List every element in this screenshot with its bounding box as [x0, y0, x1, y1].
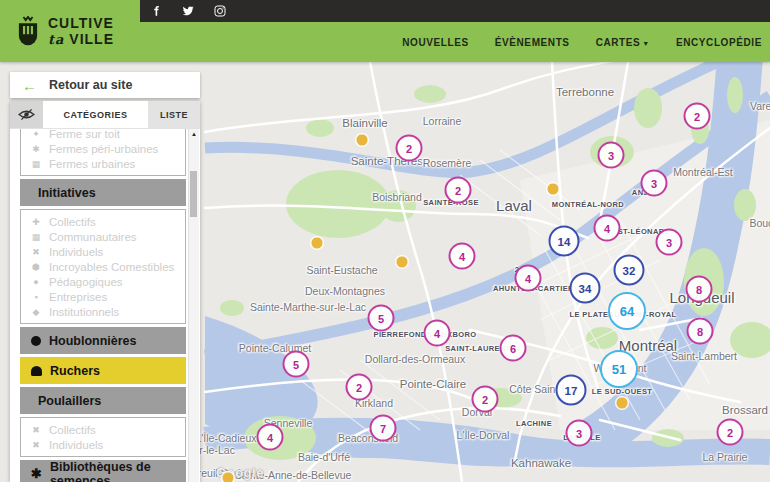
hive-marker-icon[interactable]: [548, 184, 559, 195]
category-icon: ⬢: [30, 262, 42, 272]
beehive-icon: [31, 366, 42, 376]
cluster-count: 64: [620, 304, 634, 319]
tab-liste[interactable]: LISTE: [148, 101, 200, 128]
hive-marker-icon[interactable]: [357, 135, 368, 146]
cluster-count: 14: [558, 235, 571, 247]
facebook-icon[interactable]: [150, 5, 162, 17]
map-cluster[interactable]: 51: [600, 350, 638, 388]
cluster-count: 4: [267, 431, 273, 443]
cluster-count: 3: [576, 427, 582, 439]
map-label: LACHINE: [516, 419, 552, 428]
nav-item[interactable]: ÉVÈNEMENTS▼: [495, 37, 570, 48]
map-cluster[interactable]: 3: [641, 170, 668, 197]
hive-marker-icon[interactable]: [397, 257, 408, 268]
map-cluster[interactable]: 6: [500, 335, 527, 362]
map-cluster[interactable]: 2: [396, 135, 423, 162]
back-label: Retour au site: [49, 78, 132, 92]
scrollbar-thumb[interactable]: [190, 171, 197, 217]
map-label: Baie-d'Urfé: [298, 451, 350, 463]
cluster-count: 2: [694, 110, 700, 122]
cluster-count: 17: [565, 384, 578, 396]
hive-marker-icon[interactable]: [617, 398, 628, 409]
category-header-houblonnieres[interactable]: Houblonnières: [20, 327, 186, 354]
category-icon: ◆: [30, 307, 42, 317]
scroll-up-icon[interactable]: ▲: [189, 131, 199, 137]
category-header-initiatives[interactable]: Initiatives: [20, 179, 186, 206]
hive-marker-icon[interactable]: [223, 473, 234, 482]
cluster-count: 2: [455, 184, 461, 196]
map-label: Brossard: [722, 404, 768, 416]
category-item-disabled: ✖ Individuels: [21, 437, 185, 452]
map-label: La Prairie: [703, 451, 748, 463]
map-label: L'Île-Cadieux: [196, 432, 257, 444]
map-cluster[interactable]: 4: [257, 424, 284, 451]
twitter-icon[interactable]: [182, 5, 194, 17]
map-label: Saint-Lambert: [671, 350, 737, 362]
header: CULTIVE ta VILLE NOUVELLES▼ÉVÈNEMENTS▼CA…: [0, 0, 770, 62]
map-cluster[interactable]: 14: [549, 226, 580, 257]
category-item-disabled: ✖ Collectifs: [21, 422, 185, 437]
map-cluster[interactable]: 3: [598, 142, 625, 169]
category-item-disabled: ✱ Fermes péri-urbaines: [21, 141, 185, 156]
map-label: Varennes: [750, 100, 770, 112]
map-cluster[interactable]: 8: [687, 318, 714, 345]
map-cluster[interactable]: 32: [614, 255, 645, 286]
map-cluster[interactable]: 2: [684, 103, 711, 130]
category-item-disabled: ✚ Collectifs: [21, 214, 185, 229]
eye-off-icon: [18, 108, 35, 121]
category-icon: ▦: [30, 159, 42, 169]
map-cluster[interactable]: 5: [283, 351, 310, 378]
map-label: Terrebonne: [556, 86, 614, 98]
map-cluster[interactable]: 4: [515, 265, 542, 292]
category-ruchers-selected[interactable]: Ruchers: [20, 357, 186, 384]
sidebar-scrollbar[interactable]: ▲: [188, 129, 199, 482]
toggle-visibility-button[interactable]: [10, 101, 43, 128]
map-cluster[interactable]: 64: [608, 292, 646, 330]
cluster-count: 7: [380, 422, 386, 434]
category-header-poulaillers[interactable]: Poulaillers: [20, 387, 186, 414]
category-header-bibliotheques[interactable]: ✱ Bibliothèques de semences: [20, 460, 186, 482]
cluster-count: 8: [697, 325, 703, 337]
cluster-count: 4: [604, 222, 610, 234]
map-cluster[interactable]: 3: [566, 420, 593, 447]
map-cluster[interactable]: 3: [656, 229, 683, 256]
map-cluster[interactable]: 8: [686, 276, 713, 303]
category-item-disabled: ● Pédagogiques: [21, 274, 185, 289]
categories-list: ✦ Ferme sur toit ✱ Fermes péri-urbaines …: [10, 129, 200, 482]
cluster-count: 3: [651, 177, 657, 189]
instagram-icon[interactable]: [214, 5, 226, 17]
map-label: LE SUD-OUEST: [592, 387, 653, 396]
nav-item[interactable]: ENCYCLOPÉDIE▼: [676, 37, 762, 48]
map-cluster[interactable]: 34: [570, 273, 601, 304]
map-cluster[interactable]: 4: [424, 320, 451, 347]
map-label: Boucherville: [749, 217, 770, 229]
nav-item[interactable]: NOUVELLES▼: [402, 37, 469, 48]
map-cluster[interactable]: 2: [717, 419, 744, 446]
cluster-count: 8: [696, 283, 702, 295]
map-cluster[interactable]: 2: [472, 386, 499, 413]
map-label: Deux-Montagnes: [305, 285, 385, 297]
map-cluster[interactable]: 2: [445, 177, 472, 204]
tab-categories[interactable]: CATÉGORIES: [43, 101, 148, 128]
map-cluster[interactable]: 5: [368, 305, 395, 332]
map-cluster[interactable]: 4: [594, 215, 621, 242]
map-label: Lorraine: [423, 115, 462, 127]
map-cluster[interactable]: 7: [370, 415, 397, 442]
cluster-count: 2: [406, 142, 412, 154]
map-cluster[interactable]: 2: [346, 374, 373, 401]
map-label: Laval: [496, 197, 532, 214]
nav-item[interactable]: CARTES▼: [596, 37, 650, 48]
category-icon: ✖: [30, 247, 42, 257]
main-nav: NOUVELLES▼ÉVÈNEMENTS▼CARTES▼ENCYCLOPÉDIE…: [402, 22, 762, 62]
map-label: Sainte-Marthe-sur-le-Lac: [250, 301, 366, 313]
map-label: Kahnawake: [511, 457, 571, 469]
category-icon: ▪: [30, 292, 42, 302]
map-cluster[interactable]: 17: [556, 375, 587, 406]
logo-line2: ta VILLE: [48, 31, 114, 47]
cultive-ta-ville-logo-icon: [16, 16, 40, 47]
hive-marker-icon[interactable]: [312, 238, 323, 249]
map-cluster[interactable]: 4: [449, 243, 476, 270]
site-logo[interactable]: CULTIVE ta VILLE: [0, 0, 140, 62]
back-to-site-button[interactable]: ← Retour au site: [10, 72, 200, 98]
cluster-count: 5: [293, 358, 299, 370]
